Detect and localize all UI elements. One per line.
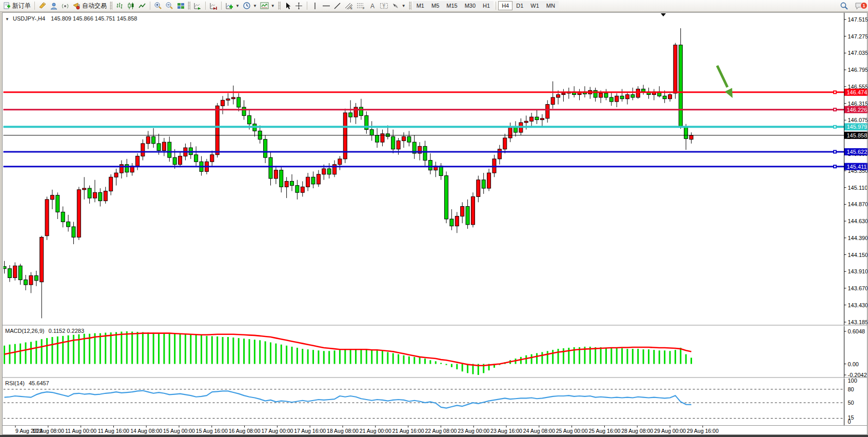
fibonacci-icon: F xyxy=(357,2,365,10)
svg-text:15 Aug 16:00: 15 Aug 16:00 xyxy=(196,428,228,434)
profile-button[interactable] xyxy=(48,1,60,11)
timeframe-button-m30[interactable]: M30 xyxy=(461,1,479,10)
candlestick-chart-icon xyxy=(127,2,135,10)
timeframe-button-d1[interactable]: D1 xyxy=(512,1,527,10)
brush-icon xyxy=(38,2,47,9)
svg-text:145.411: 145.411 xyxy=(847,164,867,170)
separator xyxy=(307,2,307,10)
trendline-button[interactable] xyxy=(332,1,343,11)
text-button[interactable]: A xyxy=(367,1,378,11)
svg-text:144.390: 144.390 xyxy=(848,235,868,241)
svg-text:22 Aug 08:00: 22 Aug 08:00 xyxy=(425,428,457,434)
periods-button[interactable]: ▼ xyxy=(241,1,259,11)
alert-count-badge: 1 xyxy=(860,2,867,9)
svg-text:11 Aug 16:00: 11 Aug 16:00 xyxy=(98,428,129,434)
zoom-in-button[interactable] xyxy=(152,1,164,11)
rsi-pane-label: RSI(14) 45.6457 xyxy=(5,380,49,386)
separator xyxy=(221,2,222,10)
svg-text:T: T xyxy=(382,4,385,9)
macd-axis: 0.60480.00-0.2042 xyxy=(844,328,867,378)
templates-button[interactable]: ▼ xyxy=(259,1,277,11)
annotation-arrow-icon[interactable] xyxy=(717,66,733,98)
timeframe-button-mn[interactable]: MN xyxy=(543,1,559,10)
vertical-line-button[interactable] xyxy=(309,1,321,11)
text-label-icon: T xyxy=(380,2,388,10)
crosshair-icon xyxy=(295,2,303,10)
notifications-button[interactable]: 1 xyxy=(853,1,865,11)
pane-borders xyxy=(3,12,867,435)
svg-text:29 Aug 00:00: 29 Aug 00:00 xyxy=(654,428,686,434)
auto-trading-label: 自动交易 xyxy=(82,2,107,10)
chart-canvas[interactable]: 147.515147.275147.035146.795146.555146.3… xyxy=(0,0,868,437)
svg-text:144.150: 144.150 xyxy=(848,252,868,258)
chart-shift-button[interactable] xyxy=(208,1,219,11)
svg-text:145.622: 145.622 xyxy=(847,149,867,155)
svg-text:146.795: 146.795 xyxy=(848,67,868,73)
svg-text:147.275: 147.275 xyxy=(848,33,868,39)
svg-text:50: 50 xyxy=(848,400,854,406)
chart-shift-icon xyxy=(209,2,218,10)
signal-button[interactable] xyxy=(60,1,71,11)
svg-text:18 Aug 08:00: 18 Aug 08:00 xyxy=(327,428,359,434)
svg-text:146.315: 146.315 xyxy=(848,101,868,107)
chart-shift-marker[interactable] xyxy=(661,13,666,16)
svg-text:17 Aug 16:00: 17 Aug 16:00 xyxy=(294,428,326,434)
timeframe-button-w1[interactable]: W1 xyxy=(527,1,543,10)
toolbar-grip xyxy=(409,2,411,10)
svg-text:10 Aug 08:00: 10 Aug 08:00 xyxy=(32,428,64,434)
auto-scroll-button[interactable] xyxy=(192,1,203,11)
bar-chart-button[interactable] xyxy=(114,1,125,11)
timeframe-button-h4[interactable]: H4 xyxy=(498,1,512,10)
timeframe-button-h1[interactable]: H1 xyxy=(479,1,494,10)
add-indicator-button[interactable]: ▼ xyxy=(224,1,241,11)
svg-text:0.6048: 0.6048 xyxy=(848,328,865,334)
symbol-dropdown-icon[interactable]: ▼ xyxy=(5,17,9,22)
svg-text:25 Aug 00:00: 25 Aug 00:00 xyxy=(556,428,588,434)
svg-text:147.035: 147.035 xyxy=(848,50,868,56)
crosshair-button[interactable] xyxy=(293,1,305,11)
rsi-indicator-value: 45.6457 xyxy=(29,380,49,386)
zoom-out-button[interactable] xyxy=(164,1,175,11)
new-order-button[interactable]: 新订单 xyxy=(2,1,32,11)
fibonacci-button[interactable]: F xyxy=(355,1,367,11)
svg-text:E: E xyxy=(350,7,352,10)
svg-text:15 Aug 00:00: 15 Aug 00:00 xyxy=(163,428,195,434)
brush-button[interactable] xyxy=(37,1,48,11)
equidistant-channel-icon: E xyxy=(345,2,353,10)
macd-indicator-name: MACD(12,26,9) xyxy=(5,328,44,334)
application-window: { "toolbar": { "new_order_label": "新订单",… xyxy=(0,0,868,437)
svg-text:21 Aug 16:00: 21 Aug 16:00 xyxy=(392,428,424,434)
horizontal-line-icon xyxy=(322,2,330,10)
horizontal-line-button[interactable] xyxy=(321,1,332,11)
timeframe-button-m5[interactable]: M5 xyxy=(428,1,443,10)
separator xyxy=(34,2,35,10)
search-button[interactable] xyxy=(838,1,850,11)
auto-trading-button[interactable]: 自动交易 xyxy=(71,1,108,11)
svg-text:24 Aug 08:00: 24 Aug 08:00 xyxy=(523,428,555,434)
toolbar-grip xyxy=(188,2,190,10)
text-label-button[interactable]: T xyxy=(378,1,390,11)
line-chart-icon xyxy=(139,2,146,10)
tile-windows-icon xyxy=(177,2,185,10)
signal-icon xyxy=(61,2,69,10)
auto-scroll-icon xyxy=(193,2,202,10)
tile-windows-button[interactable] xyxy=(175,1,186,11)
window-bottom-edge xyxy=(0,435,868,437)
svg-text:144.870: 144.870 xyxy=(848,201,868,207)
svg-text:143.910: 143.910 xyxy=(848,268,868,274)
date-axis: 9 Aug 202310 Aug 08:0011 Aug 00:0011 Aug… xyxy=(15,426,719,434)
candlestick-chart-button[interactable] xyxy=(125,1,136,11)
timeframe-button-m15[interactable]: M15 xyxy=(443,1,461,10)
line-chart-button[interactable] xyxy=(136,1,148,11)
cursor-button[interactable] xyxy=(282,1,293,11)
timeframe-button-m1[interactable]: M1 xyxy=(413,1,428,10)
equidistant-channel-button[interactable]: E xyxy=(343,1,355,11)
svg-text:143.430: 143.430 xyxy=(848,302,868,308)
arrows-button[interactable]: ▼ xyxy=(390,1,407,11)
zoom-in-icon xyxy=(154,2,162,10)
arrows-icon xyxy=(391,2,400,10)
macd-pane xyxy=(4,331,692,375)
separator xyxy=(496,2,496,10)
svg-text:0.00: 0.00 xyxy=(848,361,859,367)
chart-ohlc-values: 145.809 145.866 145.751 145.858 xyxy=(51,15,137,22)
